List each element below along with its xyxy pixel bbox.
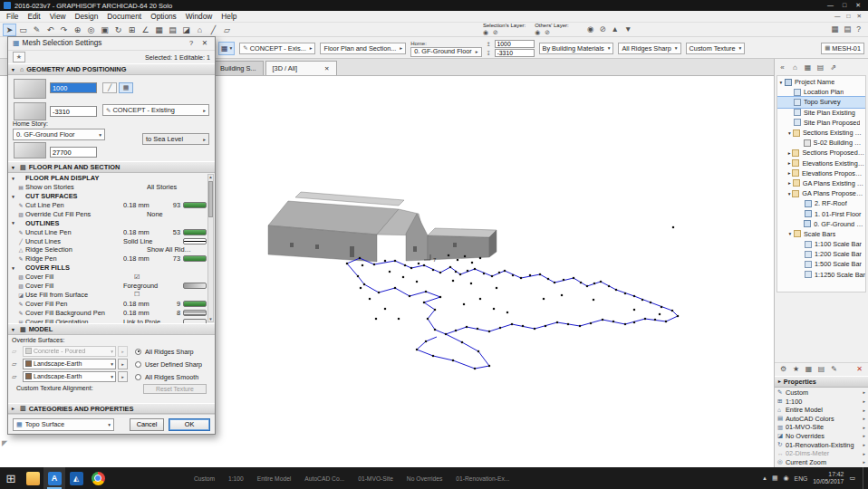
pen-swatch[interactable] (183, 301, 207, 307)
mesh-tool-indicator[interactable]: ▦▾ (218, 42, 235, 55)
pen-number[interactable]: 8 (170, 309, 183, 317)
scroll-up-icon[interactable]: ▲ (208, 175, 212, 179)
redo-icon[interactable]: ↷ (57, 24, 71, 36)
taskbar-app[interactable] (22, 467, 43, 489)
doc-close-button[interactable]: ✕ (857, 13, 862, 20)
surface-link-button[interactable]: ▸ (118, 346, 128, 357)
maximize-button[interactable]: □ (843, 2, 846, 9)
quick-option-row[interactable]: 02-Dims-Meter ▸ (775, 449, 868, 458)
clone-folder-icon[interactable]: ▤ (815, 364, 827, 375)
pen-swatch[interactable] (183, 238, 207, 244)
collapse-panel-icon[interactable]: « (776, 62, 788, 72)
quick-option-row[interactable]: Entire Model ▸ (775, 406, 868, 415)
pan-icon[interactable]: ⊕ (71, 24, 84, 36)
close-button[interactable]: ✕ (855, 2, 861, 9)
show-desktop-button[interactable] (863, 467, 865, 489)
ridge-option-radio[interactable]: User Defined Sharp (135, 359, 211, 369)
layer-select[interactable]: ✎CONCEPT - Exis...▸ (239, 43, 315, 54)
quick-option-row[interactable]: 01-MVO-Site ▸ (775, 423, 868, 432)
view-tab[interactable]: Building S... ✕ (213, 61, 263, 75)
marquee-tool-icon[interactable]: ▭ (16, 24, 30, 36)
ridge-surface-button[interactable]: ▦ (119, 82, 133, 93)
tree-item[interactable]: Topo Survey (777, 97, 865, 107)
project-map-icon[interactable]: ⌂ (789, 62, 801, 72)
view-origin-icon[interactable]: ◤ (2, 439, 7, 447)
section-geometry-header[interactable]: ▾ ⌂ GEOMETRY AND POSITIONING (8, 63, 215, 75)
dialog-close-button[interactable]: ✕ (199, 39, 210, 47)
tree-item[interactable]: 1:100 Scale Bar (777, 239, 865, 249)
section-icon[interactable]: ╱ (207, 24, 220, 36)
setting-row[interactable]: Uncut Lines Solid Line (10, 236, 207, 245)
setting-row[interactable]: Use Fill from Surface (10, 290, 207, 299)
trace-reference-icon[interactable]: ◪ (179, 24, 193, 36)
minimize-button[interactable]: — (827, 2, 834, 9)
favorites-button[interactable]: ★ (13, 52, 25, 62)
view-map-icon[interactable]: ▦ (802, 62, 814, 72)
doc-minimize-button[interactable]: — (834, 13, 841, 20)
quick-option-row[interactable]: Current Zoom ▸ (775, 457, 868, 466)
pen-number[interactable]: 9 (170, 300, 183, 308)
close-tab-icon[interactable]: ✕ (324, 65, 329, 72)
reset-texture-button[interactable]: Reset Texture (143, 384, 207, 394)
pen-swatch[interactable] (183, 319, 207, 324)
surface-override-select[interactable]: By Building Materials▾ (539, 43, 614, 54)
menu-item[interactable]: Help (217, 12, 241, 21)
altitude-field[interactable] (50, 147, 97, 158)
groups-icon[interactable]: ▦ (152, 24, 166, 36)
guide-lines-icon[interactable]: ∠ (139, 24, 152, 36)
setting-value[interactable]: 0.18 mm (123, 309, 170, 317)
pen-number[interactable]: 53 (170, 228, 183, 236)
tree-item[interactable]: 1. 01-First Floor (777, 208, 865, 218)
pen-swatch[interactable] (183, 229, 207, 235)
tree-item[interactable]: Sections Existing Design (777, 128, 865, 138)
scrollbar[interactable]: ▲ ▼ (207, 174, 214, 322)
setting-row[interactable]: OUTLINES (10, 218, 207, 227)
setting-value[interactable]: 0.18 mm (123, 254, 170, 263)
quick-option-row[interactable]: AutoCAD Colors ▸ (775, 414, 868, 423)
surface-select[interactable]: Landscape-Earth ▾ (23, 359, 116, 369)
views-icon[interactable]: ▦ (803, 364, 815, 375)
setting-value[interactable]: All Stories (147, 183, 194, 191)
tree-item[interactable]: Site Plan Proposed (777, 118, 865, 128)
tree-expander[interactable] (786, 180, 793, 186)
ok-button[interactable]: OK (169, 418, 210, 431)
tree-item[interactable]: GA Plans Proposed Design (777, 188, 865, 198)
setting-value[interactable]: Foreground (123, 282, 170, 290)
surface-select[interactable]: Concrete - Poured ▾ (23, 346, 116, 357)
setting-row[interactable]: COVER FILLS (10, 264, 207, 273)
cancel-button[interactable]: Cancel (130, 418, 164, 431)
setting-row[interactable]: Cover Fill Pen 0.18 mm 9 (10, 299, 207, 308)
network-icon[interactable]: ▦ (772, 475, 778, 482)
surface-slot-icon[interactable]: ▱ (12, 373, 21, 380)
menu-item[interactable]: Design (71, 12, 103, 21)
hide-layer-icon[interactable]: ⊘ (599, 24, 605, 34)
help-icon[interactable]: ? (856, 24, 861, 34)
setting-value[interactable]: Link to Project O... (123, 318, 170, 324)
section-floorplan-header[interactable]: ▾ ▤ FLOOR PLAN AND SECTION (8, 161, 215, 173)
teamwork-icon[interactable]: ▦ (831, 24, 838, 34)
tree-expander[interactable] (777, 80, 785, 85)
floor-plan-section-button[interactable]: Floor Plan and Section...▸ (320, 43, 406, 54)
eye-icon[interactable]: ◉ (535, 29, 540, 36)
row-expander[interactable] (10, 220, 16, 225)
setting-row[interactable]: CUT SURFACES (10, 192, 207, 201)
texture-mode-select[interactable]: Custom Texture▾ (686, 43, 746, 54)
tree-item[interactable]: Location Plan (777, 87, 865, 97)
setting-row[interactable]: Show on Stories All Stories (10, 183, 207, 192)
clock[interactable]: 17:42 10/05/2017 (813, 471, 844, 485)
classification-select[interactable]: ▦ Topo Surface ▾ (13, 418, 114, 431)
tree-item[interactable]: Site Plan Existing (777, 108, 865, 118)
undo-icon[interactable]: ↶ (43, 24, 57, 36)
language-indicator[interactable]: ENG (795, 475, 808, 482)
setting-row[interactable]: Uncut Line Pen 0.18 mm 53 (10, 227, 207, 236)
row-expander[interactable] (10, 194, 16, 199)
orbit-icon[interactable]: ↻ (111, 24, 125, 36)
setting-value[interactable]: 0.18 mm (123, 201, 170, 209)
setting-row[interactable]: FLOOR PLAN DISPLAY (10, 174, 207, 183)
quick-option-row[interactable]: No Overrides ▸ (775, 432, 868, 441)
sea-level-button[interactable]: to Sea Level ▸ (142, 133, 209, 145)
row-expander[interactable] (10, 176, 16, 181)
layers-icon[interactable]: ▤ (166, 24, 179, 36)
ridge-option-radio[interactable]: All Ridges Sharp (135, 346, 211, 357)
publisher-icon[interactable]: ⇗ (827, 62, 839, 72)
